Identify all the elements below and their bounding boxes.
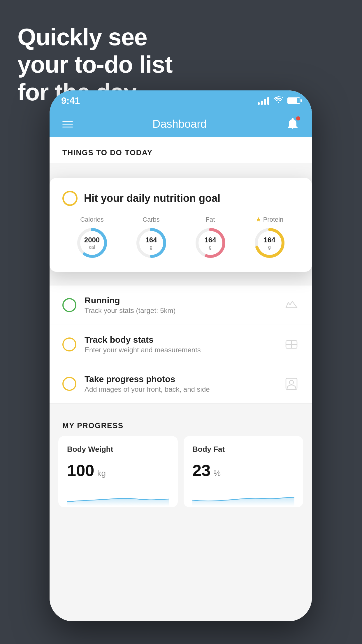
carbs-value: 164 — [145, 236, 157, 244]
todo-circle-body-stats — [62, 337, 76, 351]
star-icon: ★ — [256, 216, 261, 223]
shoe-icon — [284, 298, 299, 313]
body-weight-title: Body Weight — [67, 445, 169, 454]
todo-item-photos[interactable]: Take progress photos Add images of your … — [50, 364, 312, 404]
fat-value: 164 — [204, 236, 216, 244]
nutrition-rings: Calories 2000 cal Carbs — [62, 216, 299, 259]
calories-label: Calories — [80, 216, 104, 223]
battery-icon — [287, 97, 300, 104]
notification-badge — [296, 116, 300, 120]
todo-text-photos: Take progress photos Add images of your … — [85, 374, 276, 393]
todo-text-body-stats: Track body stats Enter your weight and m… — [85, 335, 276, 354]
todo-circle-photos — [62, 377, 76, 391]
progress-title: MY PROGRESS — [55, 421, 306, 436]
fat-unit: g — [204, 244, 216, 250]
body-fat-value: 23 — [192, 461, 210, 480]
svg-point-12 — [289, 380, 294, 384]
wifi-icon — [273, 96, 283, 106]
body-weight-value-row: 100 kg — [67, 461, 169, 480]
person-icon — [284, 376, 299, 391]
carbs-unit: g — [145, 244, 157, 250]
nutrition-title: Hit your daily nutrition goal — [84, 192, 220, 204]
todo-text-running: Running Track your stats (target: 5km) — [85, 295, 276, 315]
fat-ring-container: 164 g — [194, 227, 226, 259]
carbs-label: Carbs — [143, 216, 160, 223]
body-weight-sparkline — [67, 489, 169, 506]
menu-button[interactable] — [62, 121, 73, 127]
calories-unit: cal — [84, 244, 100, 250]
todo-circle-running — [62, 298, 76, 312]
todo-sub-running: Track your stats (target: 5km) — [85, 307, 276, 315]
things-section-header: THINGS TO DO TODAY — [50, 137, 312, 163]
body-fat-value-row: 23 % — [192, 461, 294, 480]
phone-content: THINGS TO DO TODAY Hit your daily nutrit… — [50, 137, 312, 621]
status-bar: 9:41 — [50, 90, 312, 111]
status-time: 9:41 — [61, 95, 80, 106]
todo-sub-photos: Add images of your front, back, and side — [85, 385, 276, 393]
body-fat-sparkline — [192, 489, 294, 506]
nav-title: Dashboard — [152, 118, 207, 130]
fat-label: Fat — [206, 216, 215, 223]
protein-ring: ★Protein 164 g — [254, 216, 286, 259]
calories-ring: Calories 2000 cal — [76, 216, 108, 259]
body-fat-title: Body Fat — [192, 445, 294, 454]
body-fat-unit: % — [213, 469, 221, 478]
things-title: THINGS TO DO TODAY — [62, 148, 299, 157]
todo-title-photos: Take progress photos — [85, 374, 276, 384]
todo-title-body-stats: Track body stats — [85, 335, 276, 345]
nutrition-check-circle — [62, 191, 78, 206]
status-icons — [258, 96, 300, 106]
body-weight-card[interactable]: Body Weight 100 kg — [58, 436, 178, 507]
todo-item-body-stats[interactable]: Track body stats Enter your weight and m… — [50, 325, 312, 364]
protein-ring-container: 164 g — [254, 227, 286, 259]
progress-section: MY PROGRESS Body Weight 100 kg — [50, 421, 312, 507]
body-weight-value: 100 — [67, 461, 94, 480]
protein-value: 164 — [263, 236, 275, 244]
body-fat-card[interactable]: Body Fat 23 % — [184, 436, 303, 507]
todo-sub-body-stats: Enter your weight and measurements — [85, 346, 276, 354]
nutrition-card[interactable]: Hit your daily nutrition goal Calories 2… — [50, 178, 312, 272]
nutrition-header: Hit your daily nutrition goal — [62, 191, 299, 206]
progress-cards: Body Weight 100 kg — [55, 436, 306, 507]
protein-unit: g — [263, 244, 275, 250]
fat-ring: Fat 164 g — [194, 216, 226, 259]
scale-icon — [284, 337, 299, 352]
signal-icon — [258, 97, 269, 105]
calories-value: 2000 — [84, 236, 100, 244]
carbs-ring: Carbs 164 g — [135, 216, 167, 259]
notification-button[interactable] — [286, 118, 299, 130]
carbs-ring-container: 164 g — [135, 227, 167, 259]
todo-list: Running Track your stats (target: 5km) T… — [50, 286, 312, 404]
body-weight-unit: kg — [97, 469, 106, 478]
protein-label: ★Protein — [256, 216, 284, 223]
calories-ring-container: 2000 cal — [76, 227, 108, 259]
todo-title-running: Running — [85, 295, 276, 305]
nav-bar: Dashboard — [50, 111, 312, 137]
todo-item-running[interactable]: Running Track your stats (target: 5km) — [50, 286, 312, 325]
phone-frame: 9:41 Dashboard — [50, 90, 312, 621]
